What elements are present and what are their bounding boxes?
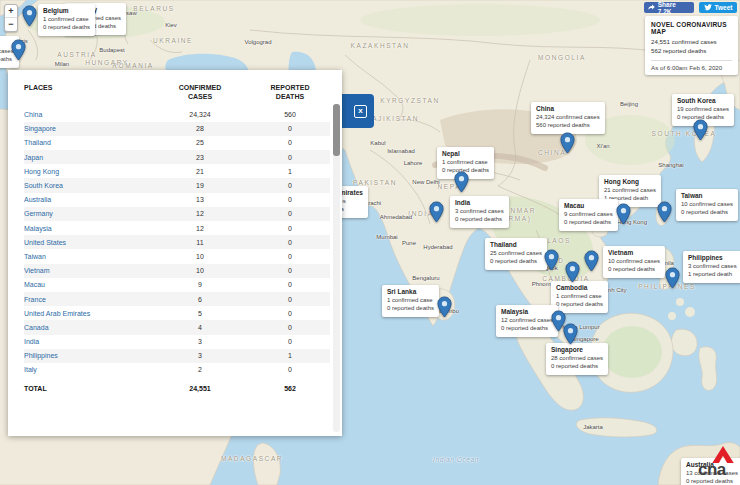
- coronavirus-map-page: BELARUSUKRAINEROMANIACZECHIAAUSTRIAHUNGA…: [0, 0, 740, 485]
- place-link-italy[interactable]: Italy: [24, 366, 146, 373]
- place-link-taiwan[interactable]: Taiwan: [24, 253, 146, 260]
- terrain-steppe-green: [360, 4, 600, 36]
- reported-deaths-value: 0: [254, 267, 326, 274]
- place-link-canada[interactable]: Canada: [24, 324, 146, 331]
- place-link-hong-kong[interactable]: Hong Kong: [24, 168, 146, 175]
- map-popup-taiwan: Taiwan10 confirmed cases0 reported death…: [676, 189, 738, 221]
- reported-deaths-value: 0: [254, 296, 326, 303]
- table-row: Thailand250: [24, 136, 330, 150]
- popup-stat-line: 0 reported deaths: [501, 324, 553, 332]
- table-row: Hong Kong211: [24, 164, 330, 178]
- reported-deaths-value: 0: [254, 324, 326, 331]
- header-places: PLACES: [24, 84, 146, 93]
- place-link-singapore[interactable]: Singapore: [24, 125, 146, 132]
- table-row: Canada40: [24, 320, 330, 334]
- reported-deaths-value: 0: [254, 154, 326, 161]
- table-row: China24,324560: [24, 108, 330, 122]
- place-link-india[interactable]: India: [24, 338, 146, 345]
- confirmed-cases-value: 12: [146, 210, 254, 217]
- confirmed-cases-value: 6: [146, 296, 254, 303]
- header-confirmed-cases: CONFIRMED CASES: [146, 84, 254, 102]
- popup-stat-line: 0 reported deaths: [490, 257, 542, 265]
- table-row: Japan230: [24, 150, 330, 164]
- popup-place-name: Nepal: [442, 150, 489, 157]
- confirmed-cases-value: 4: [146, 324, 254, 331]
- place-link-united-arab-emirates[interactable]: United Arab Emirates: [24, 310, 146, 317]
- zoom-in-button[interactable]: +: [5, 5, 17, 18]
- table-row: South Korea190: [24, 178, 330, 192]
- map-pin-france[interactable]: [11, 39, 26, 61]
- place-link-japan[interactable]: Japan: [24, 154, 146, 161]
- table-scrollbar[interactable]: [333, 104, 340, 432]
- table-row: Philippines31: [24, 349, 330, 363]
- map-pin-taiwan[interactable]: [657, 201, 672, 223]
- place-link-australia[interactable]: Australia: [24, 196, 146, 203]
- table-row: India30: [24, 335, 330, 349]
- confirmed-cases-value: 24,324: [146, 111, 254, 118]
- popup-stat-line: 1 confirmed case: [442, 158, 489, 166]
- facebook-share-label: Share 7.2K: [658, 1, 690, 15]
- twitter-bird-icon: [704, 4, 712, 11]
- map-pin-belgium[interactable]: [22, 5, 37, 27]
- place-link-china[interactable]: China: [24, 111, 146, 118]
- table-header-row: PLACES CONFIRMED CASES REPORTED DEATHS: [24, 80, 330, 108]
- map-pin-india[interactable]: [429, 201, 444, 223]
- map-popup-philippines: Philippines3 confirmed cases1 reported d…: [683, 251, 740, 283]
- reported-deaths-value: 0: [254, 310, 326, 317]
- popup-stat-line: 0 reported deaths: [556, 300, 603, 308]
- place-link-vietnam[interactable]: Vietnam: [24, 267, 146, 274]
- place-link-south-korea[interactable]: South Korea: [24, 182, 146, 189]
- map-popup-cambodia: Cambodia1 confirmed case0 reported death…: [551, 281, 608, 313]
- tweet-button[interactable]: Tweet: [699, 2, 737, 13]
- place-link-philippines[interactable]: Philippines: [24, 352, 146, 359]
- reported-deaths-value: 1: [254, 352, 326, 359]
- cna-logo-text: cna: [698, 463, 738, 477]
- place-link-united-states[interactable]: United States: [24, 239, 146, 246]
- map-pin-hong-kong[interactable]: [616, 203, 631, 225]
- map-pin-china[interactable]: [560, 132, 575, 154]
- reported-deaths-value: 0: [254, 253, 326, 260]
- popup-stat-line: 0 reported deaths: [608, 265, 660, 273]
- reported-deaths-value: 0: [254, 366, 326, 373]
- popup-stat-line: 10 confirmed cases: [608, 257, 660, 265]
- map-pin-thailand[interactable]: [544, 249, 559, 271]
- confirmed-cases-value: 28: [146, 125, 254, 132]
- zoom-out-button[interactable]: −: [5, 18, 17, 31]
- reported-deaths-value: 0: [254, 338, 326, 345]
- popup-stat-line: 1 confirmed case: [43, 15, 90, 23]
- reported-deaths-value: 0: [254, 239, 326, 246]
- reported-deaths-value: 0: [254, 196, 326, 203]
- place-link-france[interactable]: France: [24, 296, 146, 303]
- map-pin-singapore[interactable]: [563, 323, 578, 345]
- table-row: Vietnam100: [24, 264, 330, 278]
- popup-stat-line: 0 reported deaths: [551, 362, 603, 370]
- panel-close-button[interactable]: x: [338, 94, 374, 128]
- popup-place-name: Cambodia: [556, 284, 603, 291]
- map-pin-sri-lanka[interactable]: [437, 296, 452, 318]
- map-popup-china: China24,324 confirmed cases560 reported …: [531, 102, 605, 134]
- map-pin-south-korea[interactable]: [693, 119, 708, 141]
- table-row: Taiwan100: [24, 249, 330, 263]
- place-link-malaysia[interactable]: Malaysia: [24, 225, 146, 232]
- confirmed-cases-value: 9: [146, 281, 254, 288]
- map-popup-vietnam: Vietnam10 confirmed cases0 reported deat…: [603, 246, 665, 278]
- cna-logo[interactable]: cna: [698, 446, 738, 477]
- place-link-thailand[interactable]: Thailand: [24, 139, 146, 146]
- map-pin-vietnam[interactable]: [584, 250, 599, 272]
- map-pin-philippines[interactable]: [665, 267, 680, 289]
- places-table-panel: PLACES CONFIRMED CASES REPORTED DEATHS C…: [8, 70, 342, 436]
- total-label: TOTAL: [24, 385, 146, 392]
- reported-deaths-value: 0: [254, 125, 326, 132]
- tweet-label: Tweet: [715, 4, 733, 11]
- scrollbar-thumb[interactable]: [333, 104, 340, 156]
- popup-place-name: Sri Lanka: [387, 288, 434, 295]
- place-link-macau[interactable]: Macau: [24, 281, 146, 288]
- map-pin-nepal[interactable]: [454, 171, 469, 193]
- popup-stat-line: 24,324 confirmed cases: [536, 113, 600, 121]
- place-link-germany[interactable]: Germany: [24, 210, 146, 217]
- table-row: Macau90: [24, 278, 330, 292]
- facebook-share-button[interactable]: Share 7.2K: [644, 2, 694, 13]
- popup-stat-line: 25 confirmed cases: [490, 249, 542, 257]
- popup-stat-line: 10 confirmed cases: [681, 200, 733, 208]
- map-pin-cambodia[interactable]: [565, 261, 580, 283]
